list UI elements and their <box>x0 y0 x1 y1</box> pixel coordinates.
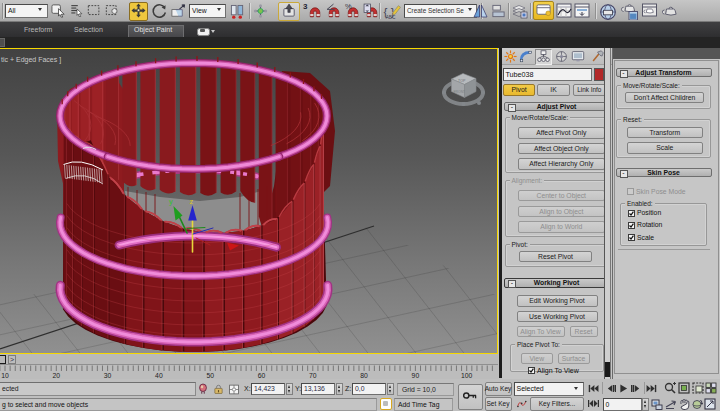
svg-text:y: y <box>169 197 173 206</box>
svg-text:20: 20 <box>53 372 61 379</box>
svg-text:60: 60 <box>258 372 266 379</box>
svg-text:50: 50 <box>206 372 214 379</box>
svg-text:100: 100 <box>461 372 473 379</box>
svg-text:ABC: ABC <box>386 15 396 20</box>
svg-text:z: z <box>190 197 194 206</box>
svg-text:10: 10 <box>1 372 9 379</box>
svg-text:%: % <box>345 3 352 11</box>
svg-text:70: 70 <box>309 372 317 379</box>
svg-text:TOP: TOP <box>458 79 466 83</box>
svg-text:40: 40 <box>155 372 163 379</box>
svg-text:tic + Edged Faces ]: tic + Edged Faces ] <box>1 56 61 64</box>
svg-text:FRONT: FRONT <box>454 90 466 94</box>
svg-text:90: 90 <box>412 372 420 379</box>
svg-text:30: 30 <box>104 372 112 379</box>
svg-text:80: 80 <box>360 372 368 379</box>
